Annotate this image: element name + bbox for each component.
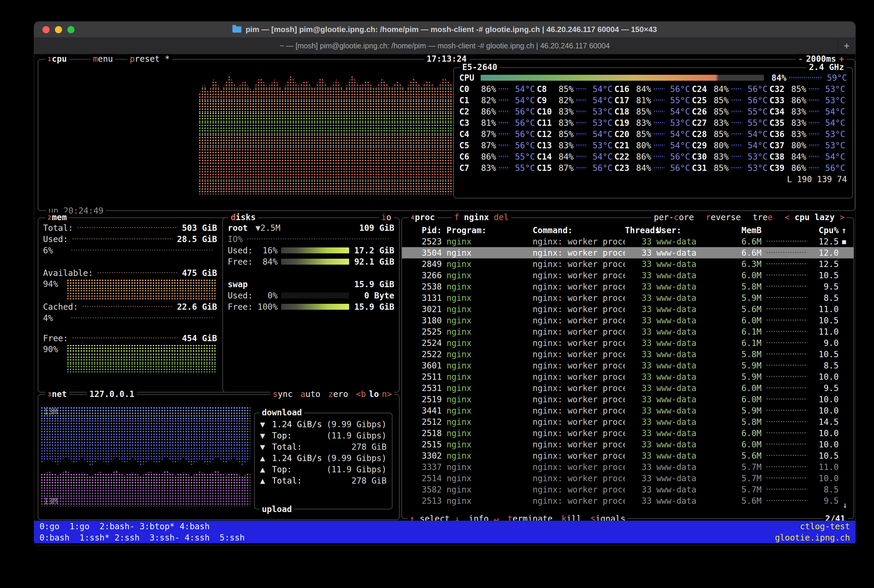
process-program: nginx [442, 338, 528, 348]
header-program[interactable]: Program: [442, 225, 528, 235]
process-row[interactable]: 3131 nginx nginx: worker proce 33 www-da… [402, 292, 853, 303]
cpu-total-percent: 84% [767, 73, 787, 83]
process-threads: 33 [625, 462, 651, 472]
update-decrease-button[interactable]: - [798, 54, 803, 64]
core-usage: 83% [787, 107, 806, 117]
sort-prev-button[interactable]: < [785, 212, 790, 222]
toggle-per-core[interactable]: per-core [654, 212, 694, 222]
net-sync-toggle[interactable]: sync [273, 389, 293, 399]
process-row[interactable]: 2525 nginx nginx: worker proce 33 www-da… [402, 326, 853, 338]
process-row[interactable]: 2523 nginx nginx: worker proce 33 www-da… [402, 236, 853, 247]
core-name: C32 [770, 84, 787, 94]
core-usage: 85% [710, 96, 729, 105]
process-pid: 3266 [406, 271, 442, 280]
net-zero-toggle[interactable]: zero [328, 389, 348, 399]
process-row[interactable]: 2514 nginx nginx: worker proce 33 www-da… [402, 472, 853, 484]
mem-cached-value: 22.6 GiB [177, 302, 217, 312]
core-name: C33 [770, 96, 787, 105]
process-threads: 33 [625, 338, 651, 348]
mem-free-value: 454 GiB [182, 333, 217, 343]
scrollbar-thumb[interactable]: ■ [839, 238, 849, 245]
process-row[interactable]: 2524 nginx nginx: worker proce 33 www-da… [402, 338, 853, 349]
mem-cached-label: Cached: [43, 302, 78, 312]
core-stat: C2 86% 56°C [459, 106, 537, 117]
process-row[interactable]: 3601 nginx nginx: worker proce 33 www-da… [402, 360, 853, 371]
toggle-tree[interactable]: tree [752, 212, 772, 222]
tmux-window-list-1[interactable]: 0:go 1:go 2:bash- 3:btop* 4:bash [39, 522, 210, 531]
zoom-button[interactable] [68, 26, 75, 33]
disks-io-toggle[interactable]: io [379, 212, 394, 222]
new-tab-button[interactable]: + [838, 38, 855, 54]
core-name: C30 [692, 152, 710, 162]
net-auto-toggle[interactable]: auto [301, 389, 320, 399]
process-row[interactable]: 3302 nginx nginx: worker proce 33 www-da… [402, 450, 853, 461]
header-command[interactable]: Command: [528, 225, 625, 235]
process-row[interactable]: 2519 nginx nginx: worker proce 33 www-da… [402, 394, 853, 405]
process-row[interactable]: 2513 nginx nginx: worker proce 33 www-da… [402, 495, 853, 506]
process-threads: 33 [625, 304, 651, 314]
process-row[interactable]: 2531 nginx nginx: worker proce 33 www-da… [402, 382, 853, 394]
core-temp: 56°C [822, 163, 845, 173]
close-button[interactable] [42, 26, 50, 33]
process-command: nginx: worker proce [528, 350, 625, 359]
scroll-down-icon[interactable]: ↓ [842, 500, 848, 510]
net-stat-line: ▲ Total: 278 GiB [260, 475, 387, 486]
core-usage-graph [498, 110, 510, 113]
graph-band [199, 73, 454, 88]
process-row[interactable]: 2518 nginx nginx: worker proce 33 www-da… [402, 428, 853, 439]
upload-title: upload [259, 504, 294, 514]
process-row[interactable]: 2515 nginx nginx: worker proce 33 www-da… [402, 439, 853, 450]
tmux-status-bar-1: 0:go 1:go 2:bash- 3:btop* 4:bash ctlog-t… [34, 520, 855, 532]
filter-key[interactable]: f [454, 212, 459, 222]
process-row[interactable]: 3337 nginx nginx: worker proce 33 www-da… [402, 461, 853, 472]
process-row[interactable]: 3021 nginx nginx: worker proce 33 www-da… [402, 303, 853, 315]
process-row[interactable]: 3582 nginx nginx: worker proce 33 www-da… [402, 484, 853, 495]
direction-arrow-icon: ▲ [260, 465, 272, 474]
tmux-window-list-2[interactable]: 0:bash 1:ssh* 2:ssh 3:ssh- 4:ssh 5:ssh [39, 533, 245, 543]
process-cpu: 9.5 [812, 282, 839, 292]
proc-filter[interactable]: f nginx del [452, 212, 511, 222]
process-user: www-data [651, 271, 720, 280]
tab-title[interactable]: ~ — [mosh] pim@glootie.ipng.ch: /home/pi… [280, 42, 610, 50]
header-user[interactable]: User: [651, 225, 720, 235]
menu-button[interactable]: menu [90, 54, 115, 64]
net-next-interface-button[interactable]: n> [382, 389, 392, 399]
core-usage: 85% [555, 84, 573, 94]
net-interface-selector[interactable]: <blon> [356, 389, 392, 399]
core-temp: 54°C [589, 152, 612, 162]
process-row[interactable]: 2849 nginx nginx: worker proce 33 www-da… [402, 258, 853, 270]
process-row[interactable]: 2538 nginx nginx: worker proce 33 www-da… [402, 281, 853, 292]
graph-band [41, 420, 250, 447]
mem-free-graph [72, 337, 178, 339]
toggle-reverse[interactable]: reverse [706, 212, 741, 222]
process-row[interactable]: 3504 nginx nginx: worker proce 33 www-da… [402, 247, 853, 258]
process-row[interactable]: 3441 nginx nginx: worker proce 33 www-da… [402, 405, 853, 416]
cpu-total-row: CPU 84% 59°C [459, 72, 847, 83]
process-row[interactable]: 3180 nginx nginx: worker proce 33 www-da… [402, 315, 853, 326]
process-command: nginx: worker proce [528, 428, 625, 438]
process-row[interactable]: 2512 nginx nginx: worker proce 33 www-da… [402, 416, 853, 428]
header-cpu[interactable]: Cpu% [812, 225, 839, 235]
minimize-button[interactable] [55, 26, 62, 33]
core-stat: C14 84% 54°C [537, 151, 614, 162]
process-threads: 33 [625, 327, 651, 337]
header-mem[interactable]: MemB [720, 225, 761, 235]
process-threads: 33 [625, 361, 651, 370]
preset-button[interactable]: preset * [127, 54, 172, 64]
process-cpu: 10.0 [812, 394, 839, 404]
header-pid[interactable]: Pid: [406, 225, 442, 235]
process-user: www-data [651, 428, 720, 438]
process-row[interactable]: 2511 nginx nginx: worker proce 33 www-da… [402, 371, 853, 382]
net-prev-interface-button[interactable]: <b [356, 389, 366, 399]
process-row[interactable]: 2522 nginx nginx: worker proce 33 www-da… [402, 349, 853, 360]
process-program: nginx [442, 451, 528, 461]
sort-next-button[interactable]: > [839, 212, 845, 222]
scroll-up-icon[interactable]: ↑ [839, 225, 849, 235]
filter-clear-button[interactable]: del [494, 212, 509, 222]
process-row[interactable]: 3266 nginx nginx: worker proce 33 www-da… [402, 270, 853, 281]
process-cpu: 11.0 [812, 327, 839, 337]
swap-used-row: Used: 0% 0 Byte [228, 290, 394, 301]
process-user: www-data [651, 394, 720, 404]
sort-selector[interactable]: < cpu lazy > [785, 212, 845, 222]
header-threads[interactable]: Threads: [625, 225, 651, 235]
